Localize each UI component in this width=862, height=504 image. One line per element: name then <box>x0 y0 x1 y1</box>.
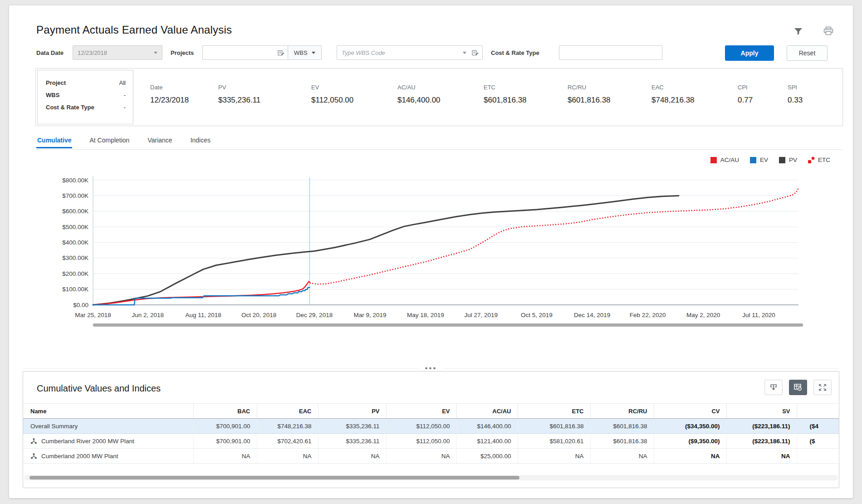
main-card: Payment Actuals Earned Value Analysis Da… <box>9 5 853 498</box>
chevron-down-icon[interactable] <box>463 52 466 54</box>
col-ev[interactable]: EV <box>386 404 456 419</box>
wbs-dropdown-button[interactable]: WBS <box>288 45 322 60</box>
apply-button[interactable]: Apply <box>725 45 774 61</box>
cell-etc: $601,816.38 <box>518 419 590 434</box>
cell-ev: $112,050.00 <box>386 419 456 434</box>
cell-clipped: ($4 <box>797 419 839 434</box>
grid-settings-button[interactable] <box>789 380 807 395</box>
metric-label: AC/AU <box>397 84 484 91</box>
series-pv <box>93 196 679 305</box>
cell-sv: ($223,186.11) <box>726 434 797 449</box>
cost-rate-type-input[interactable] <box>563 49 658 57</box>
legend-item-etc[interactable]: ETC <box>808 157 830 163</box>
header-toolbar <box>793 26 834 36</box>
scope-row-wbs: WBS - <box>46 92 126 98</box>
projects-label: Projects <box>171 49 194 56</box>
list-picker-icon[interactable] <box>278 49 284 56</box>
chevron-down-icon <box>312 52 315 54</box>
cell-bac: NA <box>193 449 257 464</box>
x-tick-label: Feb 22, 2020 <box>630 312 666 318</box>
cell-ev: $112,050.00 <box>386 434 456 449</box>
collapse-panel-button[interactable] <box>764 380 783 395</box>
metric-label: RC/RU <box>568 84 651 91</box>
col-sv[interactable]: SV <box>726 404 797 419</box>
col-bac[interactable]: BAC <box>193 404 257 419</box>
y-tick-label: $800.00K <box>62 177 88 184</box>
metric-label: SPI <box>788 84 828 91</box>
col-clipped[interactable] <box>797 404 839 419</box>
tab-at-completion[interactable]: At Completion <box>88 134 130 148</box>
horizontal-scrollbar-track[interactable] <box>24 475 838 480</box>
metric-date: Date12/23/2018 <box>150 84 218 105</box>
cell-acau: $121,400.00 <box>456 434 518 449</box>
maximize-icon <box>818 383 828 392</box>
cell-rcru: $601,816.38 <box>590 419 654 434</box>
metric-value: $601,816.38 <box>568 96 651 105</box>
cell-rcru: $601,816.38 <box>590 434 654 449</box>
scope-value: All <box>119 79 126 86</box>
series-ev <box>93 288 310 305</box>
col-name[interactable]: Name <box>23 404 193 419</box>
wbs-code-combobox <box>337 45 483 60</box>
filter-icon <box>793 27 803 36</box>
x-tick-label: Dec 29, 2018 <box>296 312 333 318</box>
cell-etc: NA <box>518 449 590 464</box>
filter-button[interactable] <box>793 27 803 36</box>
scope-row-cost-rate-type: Cost & Rate Type - <box>46 104 126 111</box>
series-ac-au <box>93 281 310 305</box>
y-tick-label: $200.00K <box>62 270 88 277</box>
metric-rcru: RC/RU$601,816.38 <box>568 84 651 105</box>
table-row-cumberland-2000-mw-plant[interactable]: Cumberland 2000 MW Plant NA NA NA NA $25… <box>23 449 839 464</box>
metric-eac: EAC$748,216.38 <box>651 84 738 105</box>
scope-label: Project <box>46 79 66 86</box>
col-pv[interactable]: PV <box>318 404 386 419</box>
x-tick-label: Mar 9, 2019 <box>353 312 386 318</box>
metric-value: $146,400.00 <box>397 96 484 105</box>
page-background: Payment Actuals Earned Value Analysis Da… <box>0 0 862 504</box>
legend-item-acau[interactable]: AC/AU <box>710 157 739 163</box>
cell-pv: $335,236.11 <box>318 434 386 449</box>
printer-icon <box>823 26 834 36</box>
scope-value: - <box>124 104 126 111</box>
legend-label: PV <box>789 157 797 163</box>
legend-swatch-blue <box>750 157 756 163</box>
legend-item-pv[interactable]: PV <box>779 157 797 163</box>
col-etc[interactable]: ETC <box>518 404 590 419</box>
col-acau[interactable]: AC/AU <box>456 404 518 419</box>
wbs-code-input[interactable] <box>341 49 463 57</box>
collapse-panel-icon <box>769 383 779 392</box>
cell-eac: $702,420.61 <box>257 434 318 449</box>
tab-indices[interactable]: Indices <box>190 134 211 148</box>
print-button[interactable] <box>823 26 834 36</box>
chart-time-scrollbar[interactable] <box>93 323 803 327</box>
col-rcru[interactable]: RC/RU <box>590 404 654 419</box>
reset-button[interactable]: Reset <box>787 45 828 61</box>
cell-eac: $748,216.38 <box>257 419 318 434</box>
x-tick-label: Oct 20, 2018 <box>241 312 276 318</box>
metric-value: $335,236.11 <box>218 96 311 105</box>
metric-value: $601,816.38 <box>484 96 568 105</box>
col-eac[interactable]: EAC <box>257 404 318 419</box>
x-tick-label: Jun 2, 2018 <box>132 312 164 318</box>
horizontal-scrollbar-thumb[interactable] <box>29 476 519 480</box>
row-name-label: Cumberland River 2000 MW Plant <box>41 438 134 445</box>
col-cv[interactable]: CV <box>654 404 726 419</box>
list-picker-icon[interactable] <box>472 49 479 56</box>
x-tick-label: Jul 27, 2019 <box>465 312 498 318</box>
legend-item-ev[interactable]: EV <box>750 157 768 163</box>
projects-input[interactable] <box>206 49 278 57</box>
table-row-overall-summary[interactable]: Overall Summary $700,901.00 $748,216.38 … <box>23 419 839 434</box>
maximize-button[interactable] <box>813 380 832 395</box>
cell-ev: NA <box>386 449 456 464</box>
metric-label: Date <box>150 84 218 91</box>
x-tick-label: Jul 11, 2020 <box>742 312 775 318</box>
data-date-select[interactable]: 12/23/2018 <box>73 45 162 60</box>
tab-cumulative[interactable]: Cumulative <box>36 134 72 148</box>
legend-label: AC/AU <box>720 157 739 163</box>
earned-value-chart[interactable]: $0.00$100.00K$200.00K$300.00K$400.00K$50… <box>27 170 817 329</box>
cell-sv: ($223,186.11) <box>726 419 797 434</box>
table-row-cumberland-river-2000-mw-plant[interactable]: Cumberland River 2000 MW Plant $700,901.… <box>23 434 839 449</box>
tab-variance[interactable]: Variance <box>147 134 173 148</box>
legend-label: ETC <box>818 157 830 163</box>
cost-rate-type-field <box>559 45 662 60</box>
